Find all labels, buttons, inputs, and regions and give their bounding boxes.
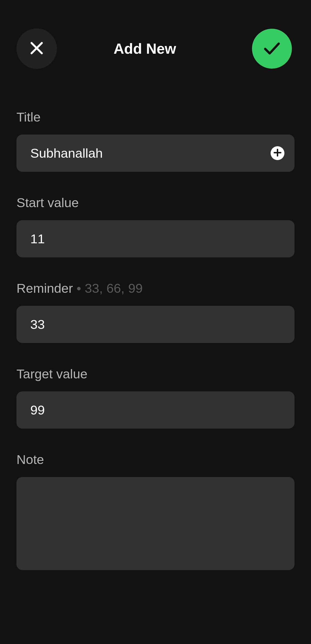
start-value-label: Start value: [16, 195, 295, 210]
reminder-field-group: Reminder • 33, 66, 99: [16, 281, 295, 343]
target-value-input-wrapper: [16, 391, 295, 429]
note-label: Note: [16, 452, 295, 467]
target-value-input[interactable]: [30, 403, 281, 417]
close-icon: [29, 40, 44, 57]
reminder-input[interactable]: [30, 317, 281, 332]
reminder-label: Reminder • 33, 66, 99: [16, 281, 295, 296]
target-value-field-group: Target value: [16, 366, 295, 429]
title-input-wrapper: [16, 135, 295, 172]
page-title: Add New: [114, 40, 176, 57]
note-textarea[interactable]: [30, 487, 281, 560]
title-field-group: Title: [16, 110, 295, 172]
note-textarea-wrapper: [16, 477, 295, 570]
note-field-group: Note: [16, 452, 295, 570]
start-value-field-group: Start value: [16, 195, 295, 257]
confirm-button[interactable]: [252, 29, 292, 69]
plus-icon: [273, 148, 282, 158]
start-value-input[interactable]: [30, 231, 281, 246]
title-input[interactable]: [30, 146, 281, 161]
reminder-input-wrapper: [16, 306, 295, 343]
target-value-label: Target value: [16, 366, 295, 381]
reminder-hint: • 33, 66, 99: [73, 281, 142, 295]
title-label: Title: [16, 110, 295, 124]
start-value-input-wrapper: [16, 220, 295, 257]
check-icon: [263, 39, 281, 58]
title-add-button[interactable]: [271, 146, 284, 160]
reminder-label-text: Reminder: [16, 281, 73, 295]
close-button[interactable]: [16, 28, 57, 69]
